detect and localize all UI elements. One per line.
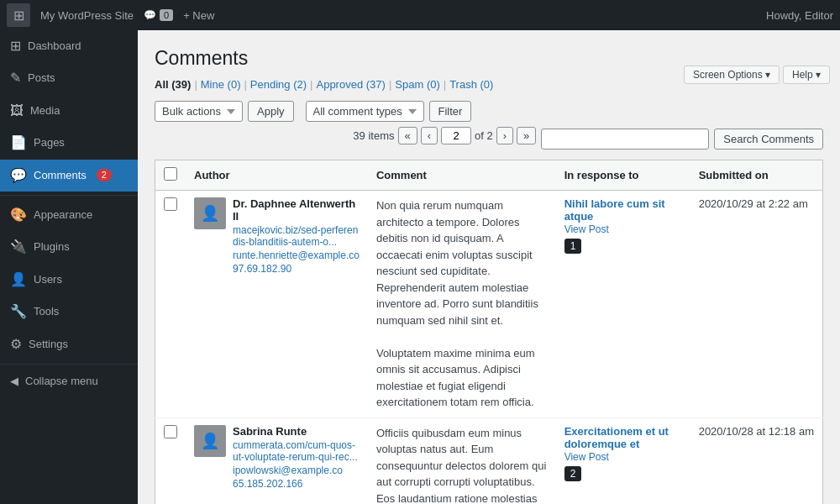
sidebar-item-settings[interactable]: ⚙ Settings: [0, 328, 138, 360]
filter-all[interactable]: All (39): [155, 78, 191, 91]
filter-button[interactable]: Filter: [429, 101, 472, 122]
submitted-cell: 2020/10/29 at 2:22 am: [690, 191, 823, 418]
new-item-button[interactable]: + New: [183, 9, 214, 22]
search-input[interactable]: [541, 129, 709, 150]
author-avatar: 👤: [194, 425, 226, 457]
collapse-label: Collapse menu: [25, 375, 98, 387]
comment-text: Officiis quibusdam eum minus voluptas na…: [376, 425, 548, 505]
row-checkbox-1[interactable]: [164, 425, 177, 438]
sidebar: ⊞ Dashboard ✎ Posts 🖼 Media 📄 Pages 💬 Co…: [0, 30, 138, 504]
author-ip[interactable]: 97.69.182.90: [233, 263, 360, 275]
comments-icon: 💬: [10, 166, 27, 185]
filter-trash[interactable]: Trash (0): [449, 78, 493, 91]
pagination-info: 39 items « ‹ of 2 › »: [353, 127, 536, 144]
filter-pending[interactable]: Pending (2): [250, 78, 307, 91]
comment-types-select[interactable]: All comment types: [306, 101, 424, 122]
in-response-cell: Exercitationem et ut doloremque et View …: [556, 417, 690, 504]
page-input[interactable]: [441, 127, 471, 144]
settings-icon: ⚙: [10, 335, 22, 354]
author-email[interactable]: runte.henriette@example.co: [233, 249, 360, 261]
comment-icon: 💬: [144, 9, 156, 21]
search-area: 39 items « ‹ of 2 › » Search Comments: [353, 127, 823, 151]
sidebar-item-tools[interactable]: 🔧 Tools: [0, 296, 138, 328]
author-email[interactable]: ipowlowski@example.co: [233, 465, 360, 476]
collapse-menu-button[interactable]: ◀ Collapse menu: [0, 368, 138, 394]
sidebar-label-comments: Comments: [34, 168, 87, 183]
first-page-button[interactable]: «: [398, 127, 417, 144]
comment-count: 0: [160, 9, 173, 21]
sidebar-label-media: Media: [30, 103, 60, 118]
sidebar-item-users[interactable]: 👤 Users: [0, 264, 138, 296]
in-response-link[interactable]: Exercitationem et ut doloremque et: [564, 425, 669, 450]
row-checkbox-0[interactable]: [164, 197, 177, 211]
author-name: Dr. Daphnee Altenwerth II: [233, 197, 360, 223]
top-right-bar: Screen Options ▾ Help ▾: [684, 66, 830, 84]
author-info: Sabrina Runte cummerata.com/cum-quos-ut-…: [233, 425, 360, 490]
total-pages: of 2: [475, 129, 493, 142]
comment-cell: Officiis quibusdam eum minus voluptas na…: [368, 417, 556, 504]
sidebar-label-plugins: Plugins: [34, 239, 70, 255]
sidebar-divider-2: [0, 364, 138, 365]
sidebar-divider: [0, 195, 138, 196]
sidebar-item-media[interactable]: 🖼 Media: [0, 95, 138, 127]
author-info: Dr. Daphnee Altenwerth II macejkovic.biz…: [233, 197, 360, 275]
author-website[interactable]: macejkovic.biz/sed-perferendis-blanditii…: [233, 224, 360, 248]
response-count: 1: [564, 239, 582, 254]
comments-table: Author Comment In response to Submitted …: [155, 160, 823, 504]
apply-button[interactable]: Apply: [248, 101, 294, 122]
view-post-link[interactable]: View Post: [564, 451, 609, 463]
author-name: Sabrina Runte: [233, 425, 360, 438]
author-cell: 👤 Sabrina Runte cummerata.com/cum-quos-u…: [186, 417, 368, 504]
author-ip[interactable]: 65.185.202.166: [233, 478, 360, 490]
author-website[interactable]: cummerata.com/cum-quos-ut-voluptate-reru…: [233, 439, 360, 463]
filter-approved[interactable]: Approved (37): [316, 78, 385, 91]
admin-comments-link[interactable]: 💬 0: [144, 9, 173, 21]
screen-options-button[interactable]: Screen Options ▾: [684, 66, 780, 84]
media-icon: 🖼: [10, 102, 24, 120]
sidebar-item-pages[interactable]: 📄 Pages: [0, 127, 138, 159]
prev-page-button[interactable]: ‹: [421, 127, 438, 144]
table-row: 👤 Sabrina Runte cummerata.com/cum-quos-u…: [155, 417, 823, 504]
comment-header: Comment: [368, 160, 556, 191]
admin-bar: ⊞ My WordPress Site 💬 0 + New Howdy, Edi…: [0, 0, 840, 30]
site-name[interactable]: My WordPress Site: [40, 9, 134, 22]
pages-icon: 📄: [10, 134, 27, 152]
last-page-button[interactable]: »: [517, 127, 536, 144]
view-post-link[interactable]: View Post: [564, 223, 609, 235]
appearance-icon: 🎨: [10, 206, 27, 224]
sidebar-label-posts: Posts: [28, 71, 55, 86]
sidebar-label-dashboard: Dashboard: [28, 39, 81, 54]
users-icon: 👤: [10, 270, 27, 289]
sidebar-item-appearance[interactable]: 🎨 Appearance: [0, 199, 138, 231]
select-all-checkbox[interactable]: [164, 167, 177, 181]
row-checkbox-cell: [155, 191, 186, 418]
in-response-link[interactable]: Nihil labore cum sit atque: [564, 197, 665, 223]
filter-spam[interactable]: Spam (0): [395, 78, 439, 91]
sidebar-item-comments[interactable]: 💬 Comments 2: [0, 160, 138, 192]
table-nav: Bulk actions Apply All comment types Fil…: [155, 101, 823, 151]
collapse-icon: ◀: [10, 375, 18, 387]
sidebar-item-dashboard[interactable]: ⊞ Dashboard: [0, 30, 138, 62]
row-checkbox-cell: [155, 417, 186, 504]
next-page-button[interactable]: ›: [496, 127, 513, 144]
items-count: 39 items: [353, 129, 394, 142]
table-row: 👤 Dr. Daphnee Altenwerth II macejkovic.b…: [155, 191, 823, 418]
sidebar-label-settings: Settings: [29, 337, 68, 352]
sidebar-label-tools: Tools: [34, 304, 59, 319]
wp-logo[interactable]: ⊞: [7, 3, 30, 27]
submitted-header: Submitted on: [690, 160, 823, 191]
in-response-header: In response to: [556, 160, 690, 191]
sidebar-item-plugins[interactable]: 🔌 Plugins: [0, 231, 138, 263]
response-count: 2: [564, 466, 582, 481]
select-all-header: [155, 160, 186, 191]
tools-icon: 🔧: [10, 302, 27, 321]
filter-mine[interactable]: Mine (0): [201, 78, 241, 91]
bulk-actions-select[interactable]: Bulk actions: [155, 101, 243, 122]
sidebar-label-users: Users: [34, 272, 62, 287]
search-comments-button[interactable]: Search Comments: [714, 129, 823, 150]
sidebar-item-posts[interactable]: ✎ Posts: [0, 62, 138, 94]
comment-text: Non quia rerum numquam architecto a temp…: [376, 197, 548, 411]
dashboard-icon: ⊞: [10, 37, 21, 55]
help-button[interactable]: Help ▾: [783, 66, 830, 84]
sidebar-label-appearance: Appearance: [34, 207, 92, 223]
